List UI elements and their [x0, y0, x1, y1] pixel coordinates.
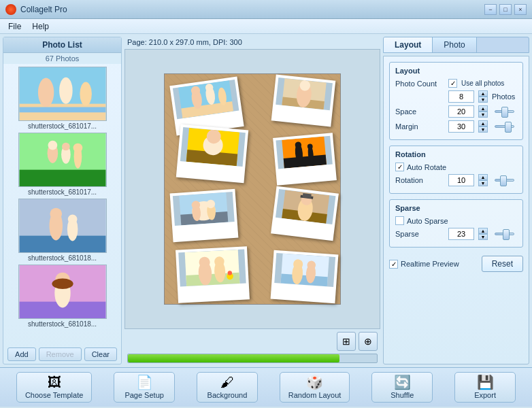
page-info: Page: 210.0 x 297.0 mm, DPI: 300 [124, 37, 380, 49]
background-icon: 🖌 [220, 375, 234, 389]
right-content: Layout Photo Count ✓ Use all photos 8 ▲ … [383, 56, 529, 364]
rotation-slider-thumb[interactable] [500, 175, 507, 186]
background-button[interactable]: 🖌 Background [197, 372, 258, 403]
minimize-button[interactable]: − [484, 4, 497, 15]
rotation-row: Rotation ▲ ▼ [395, 174, 517, 186]
photo-label: shutterstock_681018... [28, 320, 97, 328]
photo-count-label: Photo Count [395, 80, 444, 88]
margin-down[interactable]: ▼ [478, 126, 488, 133]
sparse-slider[interactable] [495, 233, 514, 235]
sparse-down[interactable]: ▼ [478, 234, 488, 240]
add-button[interactable]: Add [7, 347, 36, 361]
progress-bar-fill [128, 354, 339, 362]
photo-list-panel: Photo List 67 Photos shutterstock_681017… [3, 37, 122, 364]
close-button[interactable]: × [514, 4, 527, 15]
sparse-input[interactable] [448, 228, 474, 240]
margin-row: Margin ▲ ▼ [395, 120, 517, 133]
export-button[interactable]: 💾 Export [454, 372, 516, 403]
use-all-photos-checkbox[interactable]: ✓ [448, 79, 457, 88]
photos-label: Photos [492, 92, 515, 101]
collage-photo-7[interactable] [176, 246, 250, 303]
canvas-wrapper[interactable] [124, 49, 380, 329]
space-slider[interactable] [495, 110, 514, 113]
remove-button[interactable]: Remove [39, 347, 82, 361]
collage-photo-8[interactable] [271, 250, 339, 303]
photo-thumbnail [18, 199, 107, 253]
list-item[interactable]: shutterstock_681017... [6, 67, 118, 130]
layout-section-title: Layout [395, 67, 517, 75]
app-title: Collagelt Pro [20, 5, 67, 14]
margin-slider-thumb[interactable] [505, 122, 512, 133]
collage-photo-2[interactable] [271, 75, 336, 127]
rotation-section: Rotation ✓ Auto Rotate Rotation ▲ ▼ [389, 146, 523, 194]
svg-point-4 [80, 82, 92, 105]
margin-up[interactable]: ▲ [478, 120, 488, 126]
space-label: Space [395, 107, 444, 116]
space-down[interactable]: ▼ [478, 112, 488, 118]
photo-count-value-row: 8 ▲ ▼ Photos [395, 90, 517, 103]
clear-button[interactable]: Clear [84, 347, 117, 361]
space-up[interactable]: ▲ [478, 105, 488, 112]
page-setup-button[interactable]: 📄 Page Setup [114, 372, 175, 403]
progress-bar-container [127, 354, 378, 363]
photo-list-scroll[interactable]: shutterstock_681017... shu [3, 64, 121, 345]
title-bar: Collagelt Pro − □ × [0, 0, 532, 19]
svg-point-2 [37, 78, 53, 107]
auto-sparse-row: Auto Sparse [395, 216, 517, 225]
collage-canvas[interactable] [164, 73, 341, 305]
collage-photo-inner [178, 250, 246, 287]
maximize-button[interactable]: □ [499, 4, 512, 15]
photo-count-row: Photo Count ✓ Use all photos [395, 79, 517, 88]
space-input[interactable] [448, 105, 474, 118]
page-setup-icon: 📄 [136, 375, 153, 389]
margin-input[interactable] [448, 120, 474, 133]
tab-photo[interactable]: Photo [433, 37, 476, 52]
choose-template-button[interactable]: 🖼 Choose Template [16, 372, 92, 403]
collage-photo-4[interactable] [273, 133, 337, 185]
rotation-up[interactable]: ▲ [478, 174, 488, 180]
random-layout-button[interactable]: 🎲 Random Layout [280, 372, 350, 403]
sparse-slider-thumb[interactable] [503, 229, 510, 240]
menu-help[interactable]: Help [27, 20, 54, 33]
rotation-input[interactable] [448, 174, 474, 186]
shuffle-icon: 🔄 [394, 375, 411, 389]
title-bar-controls: − □ × [484, 4, 527, 15]
list-item[interactable]: shutterstock_681018... [6, 199, 118, 262]
margin-slider[interactable] [495, 125, 514, 128]
list-item[interactable]: shutterstock_681017... [6, 133, 118, 196]
menu-file[interactable]: File [3, 20, 27, 33]
auto-rotate-row: ✓ Auto Rotate [395, 163, 517, 171]
crop-tool-button[interactable]: ⊞ [337, 332, 356, 351]
rotation-slider[interactable] [495, 179, 514, 182]
photo-count-down[interactable]: ▼ [478, 97, 488, 103]
photo-count-input[interactable]: 8 [448, 90, 474, 103]
photo-list-buttons: Add Remove Clear [3, 345, 121, 364]
shuffle-label: Shuffle [390, 391, 414, 399]
margin-spinner: ▲ ▼ [478, 120, 488, 133]
collage-photo-5[interactable] [170, 189, 239, 243]
random-layout-icon: 🎲 [306, 375, 323, 389]
sparse-up[interactable]: ▲ [478, 228, 488, 234]
auto-sparse-label: Auto Sparse [407, 217, 448, 225]
reset-button[interactable]: Reset [482, 256, 523, 272]
list-item[interactable]: shutterstock_681018... [6, 265, 118, 328]
collage-photo-inner [173, 192, 235, 226]
collage-photo-6[interactable] [271, 186, 339, 241]
rotation-section-title: Rotation [395, 150, 517, 158]
photo-thumbnail [18, 265, 107, 319]
tab-layout[interactable]: Layout [384, 37, 433, 52]
photo-count-up[interactable]: ▲ [478, 90, 488, 97]
main-container: Photo List 67 Photos shutterstock_681017… [0, 34, 532, 367]
shuffle-button[interactable]: 🔄 Shuffle [371, 372, 433, 403]
space-slider-thumb[interactable] [501, 107, 508, 118]
rotation-down[interactable]: ▼ [478, 180, 488, 186]
svg-point-3 [59, 78, 73, 104]
rotation-spinner: ▲ ▼ [478, 174, 488, 186]
refresh-tool-button[interactable]: ⊕ [359, 332, 378, 351]
svg-rect-15 [19, 236, 105, 252]
svg-rect-5 [19, 107, 105, 113]
auto-sparse-checkbox[interactable] [395, 216, 404, 225]
realtime-preview-checkbox[interactable]: ✓ [389, 260, 398, 269]
auto-rotate-checkbox[interactable]: ✓ [395, 163, 404, 171]
collage-photo-3[interactable] [176, 124, 248, 183]
